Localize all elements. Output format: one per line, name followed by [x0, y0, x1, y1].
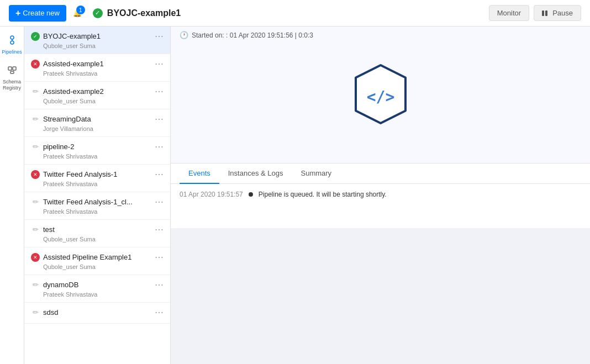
pipeline-owner: Prateek Shrivastava — [31, 180, 164, 191]
pipeline-name: Twitter Feed Analysis-1 — [43, 170, 117, 178]
pipeline-name: Assisted Pipeline Example1 — [43, 253, 131, 261]
pipeline-owner: Qubole_user Suma — [31, 97, 164, 108]
list-item[interactable]: ✏ StreamingData ⋯ Jorge Villamariona — [24, 109, 170, 137]
main-content: 🕐 Started on: : 01 Apr 2020 19:51:56 | 0… — [171, 27, 590, 364]
pipeline-item-left: Twitter Feed Analysis-1 — [31, 170, 155, 179]
pipeline-item-header: ✏ dynamoDB ⋯ — [31, 279, 164, 290]
pipeline-owner: Qubole_user Suma — [31, 262, 164, 273]
status-icon-pencil: ✏ — [31, 198, 40, 207]
more-options-icon[interactable]: ⋯ — [155, 307, 164, 318]
status-icon-pencil: ✏ — [31, 115, 40, 124]
svg-rect-4 — [13, 67, 16, 70]
pause-button[interactable]: Pause — [534, 5, 581, 21]
pipeline-owner: Prateek Shrivastava — [31, 290, 164, 301]
pipeline-hex-icon: </> — [353, 62, 408, 126]
pipeline-item-header: ✏ StreamingData ⋯ — [31, 114, 164, 124]
pipeline-owner: Prateek Shrivastava — [31, 152, 164, 163]
sidebar-item-pipelines[interactable]: Pipelines — [1, 31, 23, 59]
pipeline-owner: Prateek Shrivastava — [31, 69, 164, 80]
pipelines-icon — [7, 34, 18, 48]
pause-icon — [542, 9, 550, 17]
pipeline-item-header: Assisted Pipeline Example1 ⋯ — [31, 252, 164, 262]
sidebar-item-schema-registry[interactable]: Schema Registry — [1, 61, 23, 94]
status-icon-pencil: ✏ — [31, 225, 40, 234]
list-item[interactable]: ✏ dynamoDB ⋯ Prateek Shrivastava — [24, 275, 170, 303]
topbar: + Create new 🔔 1 BYOJC-example1 Monitor … — [0, 0, 590, 27]
list-item[interactable]: ✏ test ⋯ Qubole_user Suma — [24, 220, 170, 247]
pipeline-owner: Qubole_user Suma — [31, 41, 164, 52]
main-layout: Pipelines Schema Registry BYOJC-example1… — [0, 27, 590, 364]
svg-point-1 — [10, 41, 14, 44]
list-item[interactable]: ✏ Assisted-example2 ⋯ Qubole_user Suma — [24, 82, 170, 109]
svg-text:</>: </> — [366, 88, 394, 106]
list-item[interactable]: Assisted Pipeline Example1 ⋯ Qubole_user… — [24, 247, 170, 275]
more-options-icon[interactable]: ⋯ — [155, 224, 164, 235]
sidebar-nav: Pipelines Schema Registry — [0, 27, 24, 364]
create-new-button[interactable]: + Create new — [9, 5, 66, 22]
pipeline-item-left: ✏ dynamoDB — [31, 281, 155, 289]
pipeline-item-left: ✏ Twitter Feed Analysis-1_cl... — [31, 198, 155, 207]
pipeline-name: Assisted-example1 — [43, 60, 104, 68]
status-icon-pencil: ✏ — [31, 308, 40, 317]
pipeline-owner: Qubole_user Suma — [31, 235, 164, 246]
more-options-icon[interactable]: ⋯ — [155, 197, 164, 207]
pipeline-name: Assisted-example2 — [43, 87, 104, 96]
canvas-info-bar: 🕐 Started on: : 01 Apr 2020 19:51:56 | 0… — [171, 27, 590, 44]
pipeline-item-header: ✏ Twitter Feed Analysis-1_cl... ⋯ — [31, 197, 164, 207]
pipeline-name: dynamoDB — [43, 281, 78, 289]
status-icon-green — [31, 32, 40, 41]
more-options-icon[interactable]: ⋯ — [155, 114, 164, 124]
pipeline-item-left: ✏ StreamingData — [31, 115, 155, 124]
events-panel: 01 Apr 2020 19:51:57 Pipeline is queued.… — [171, 184, 590, 228]
pipeline-list: BYOJC-example1 ⋯ Qubole_user Suma Assist… — [24, 27, 171, 364]
notification-badge: 1 — [76, 6, 85, 14]
topbar-right: Monitor Pause — [489, 5, 581, 21]
pipeline-name: Twitter Feed Analysis-1_cl... — [43, 198, 133, 206]
list-item[interactable]: ✏ pipeline-2 ⋯ Prateek Shrivastava — [24, 137, 170, 165]
list-item[interactable]: BYOJC-example1 ⋯ Qubole_user Suma — [24, 27, 170, 54]
tab-summary[interactable]: Summary — [292, 163, 340, 184]
pipeline-name: StreamingData — [43, 115, 91, 123]
more-options-icon[interactable]: ⋯ — [155, 141, 164, 152]
pipeline-owner — [31, 318, 164, 322]
status-icon-pencil: ✏ — [31, 143, 40, 151]
more-options-icon[interactable]: ⋯ — [155, 86, 164, 97]
event-time: 01 Apr 2020 19:51:57 — [180, 191, 243, 198]
status-icon-red — [31, 170, 40, 179]
notification-button[interactable]: 🔔 1 — [73, 9, 82, 17]
pipeline-item-left: ✏ Assisted-example2 — [31, 87, 155, 96]
hex-container: </> — [353, 62, 408, 126]
pipeline-item-header: ✏ sdsd ⋯ — [31, 307, 164, 318]
tab-events[interactable]: Events — [180, 163, 219, 184]
more-options-icon[interactable]: ⋯ — [155, 31, 164, 41]
list-item[interactable]: ✏ sdsd ⋯ — [24, 303, 170, 324]
pipeline-canvas: 🕐 Started on: : 01 Apr 2020 19:51:56 | 0… — [171, 27, 590, 163]
clock-icon: 🕐 — [180, 31, 188, 39]
pipelines-label: Pipelines — [2, 49, 22, 55]
list-item[interactable]: Twitter Feed Analysis-1 ⋯ Prateek Shriva… — [24, 165, 170, 192]
pipeline-item-header: BYOJC-example1 ⋯ — [31, 31, 164, 41]
more-options-icon[interactable]: ⋯ — [155, 169, 164, 180]
monitor-button[interactable]: Monitor — [489, 5, 529, 21]
tab-instances-logs[interactable]: Instances & Logs — [219, 163, 292, 184]
svg-rect-3 — [8, 67, 12, 70]
pipeline-status-icon — [93, 8, 103, 18]
pipeline-item-left: Assisted-example1 — [31, 60, 155, 68]
pause-label: Pause — [552, 9, 573, 17]
topbar-left: + Create new 🔔 1 — [9, 5, 82, 22]
pipeline-owner: Jorge Villamariona — [31, 124, 164, 135]
pipeline-item-header: Assisted-example1 ⋯ — [31, 59, 164, 69]
list-item[interactable]: ✏ Twitter Feed Analysis-1_cl... ⋯ Pratee… — [24, 192, 170, 220]
list-item[interactable]: Assisted-example1 ⋯ Prateek Shrivastava — [24, 54, 170, 82]
schema-registry-icon — [7, 64, 18, 78]
event-message: Pipeline is queued. It will be starting … — [259, 191, 387, 198]
pipeline-name: pipeline-2 — [43, 143, 74, 151]
tabs-bar: EventsInstances & LogsSummary — [171, 163, 590, 184]
more-options-icon[interactable]: ⋯ — [155, 59, 164, 69]
more-options-icon[interactable]: ⋯ — [155, 252, 164, 262]
page-title: BYOJC-example1 — [107, 8, 181, 18]
status-icon-red — [31, 60, 40, 68]
pipeline-item-header: ✏ test ⋯ — [31, 224, 164, 235]
more-options-icon[interactable]: ⋯ — [155, 279, 164, 290]
pipeline-item-left: Assisted Pipeline Example1 — [31, 253, 155, 262]
